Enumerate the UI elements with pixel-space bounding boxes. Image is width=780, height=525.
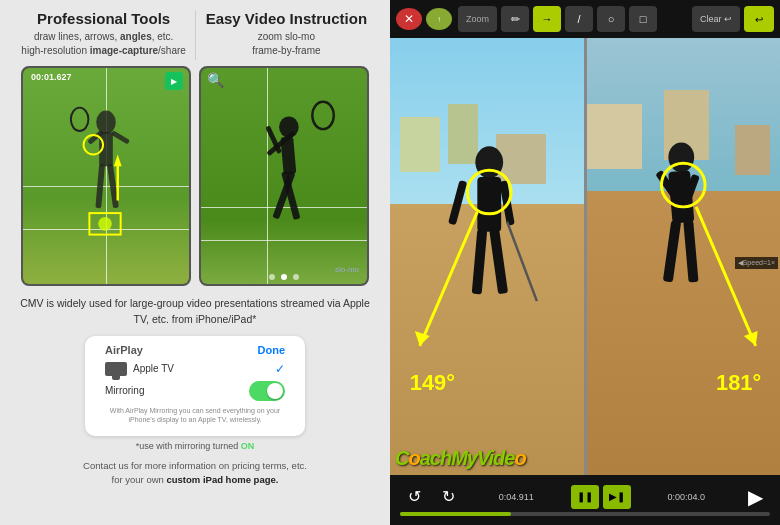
header-divider [195, 10, 196, 60]
svg-rect-14 [281, 171, 300, 220]
body-text: CMV is widely used for large-group video… [15, 296, 375, 328]
speed-indicator: ◀Speed=1× [735, 257, 778, 269]
building-1 [400, 117, 440, 172]
clear-button[interactable]: Clear ↩ [692, 6, 740, 32]
apple-tv-icon [105, 362, 127, 376]
svg-rect-4 [87, 130, 104, 145]
mirroring-left: Mirroring [105, 385, 144, 396]
screenshots-row: 00:01.627 [21, 66, 369, 286]
svg-point-18 [312, 102, 333, 129]
time-left: 0:04.911 [499, 492, 534, 502]
zoom-label: Zoom [466, 14, 489, 24]
svg-point-7 [84, 135, 104, 155]
bldg-right-3 [735, 125, 770, 175]
video-bottom-controls: ↺ ↻ 0:04.911 ❚❚ ▶❚ 0:00:04.0 ▶ [390, 475, 780, 525]
playback-controls: ↺ ↻ 0:04.911 ❚❚ ▶❚ 0:00:04.0 ▶ [390, 485, 780, 509]
left-controls: ↺ ↻ [400, 485, 462, 509]
dot-3 [293, 274, 299, 280]
pro-tools-title: Professional Tools [17, 10, 190, 27]
pro-tools-line2: high-resolution image-capture/share [17, 44, 190, 58]
tool-pen[interactable]: ✏ [501, 6, 529, 32]
screenshot-controls [269, 274, 299, 280]
airplay-description: With AirPlay Mirroring you can send ever… [105, 406, 285, 424]
svg-rect-15 [272, 171, 295, 219]
ground-left [390, 204, 584, 475]
zoom-icon: 🔍 [207, 72, 224, 88]
building-2 [448, 104, 478, 164]
video-right[interactable]: 181° ◀Speed=1× [587, 38, 781, 475]
save-button[interactable]: ↑ [426, 8, 452, 30]
apple-tv-checkmark: ✓ [275, 362, 285, 376]
bldg-right-2 [664, 90, 709, 160]
mirroring-note: *use with mirroring turned ON [136, 441, 255, 451]
dot-1 [269, 274, 275, 280]
pause-button[interactable]: ❚❚ [571, 485, 599, 509]
video-instr-col: Easy Video Instruction zoom slo-mo frame… [200, 10, 373, 60]
tool-line[interactable]: / [565, 6, 593, 32]
slomo-label: slo-mo [335, 265, 359, 274]
video-divider [584, 38, 587, 475]
bldg-right-1 [587, 104, 642, 169]
progress-bar[interactable] [400, 512, 770, 516]
tennis-court-2: 🔍 [201, 68, 367, 284]
svg-rect-5 [111, 130, 130, 144]
zoom-group: Zoom [458, 6, 497, 32]
play-button[interactable] [165, 72, 183, 90]
svg-rect-13 [280, 136, 296, 174]
video-instr-line1: zoom slo-mo [200, 30, 373, 44]
progress-fill [400, 512, 511, 516]
screenshot-2[interactable]: 🔍 [199, 66, 369, 286]
airplay-apple-tv-row[interactable]: Apple TV ✓ [105, 362, 285, 376]
video-left[interactable]: 149° [390, 38, 584, 475]
annotation-overlay-2 [201, 68, 367, 284]
brand-text: CoachMyVideo [395, 447, 526, 470]
forward-button[interactable]: ↻ [434, 485, 462, 509]
video-instr-line2: frame-by-frame [200, 44, 373, 58]
ground-right [587, 191, 781, 475]
airplay-done-button[interactable]: Done [258, 344, 286, 356]
airplay-apple-tv-left: Apple TV [105, 362, 174, 376]
airplay-title: AirPlay [105, 344, 143, 356]
tool-arrow[interactable]: → [533, 6, 561, 32]
undo-button[interactable]: ↩ [744, 6, 774, 32]
svg-point-12 [279, 116, 299, 137]
mirroring-label: Mirroring [105, 385, 144, 396]
on-label: ON [241, 441, 255, 451]
pro-tools-col: Professional Tools draw lines, arrows, a… [17, 10, 190, 60]
svg-marker-9 [114, 155, 122, 167]
mirroring-toggle[interactable] [249, 381, 285, 401]
center-controls: ❚❚ ▶❚ [571, 485, 631, 509]
building-3 [496, 134, 546, 184]
video-timestamp: 00:01.627 [31, 72, 72, 82]
contact-text: Contact us for more information on prici… [83, 459, 307, 488]
dot-2 [281, 274, 287, 280]
feature-header: Professional Tools draw lines, arrows, a… [15, 10, 375, 60]
close-button[interactable]: ✕ [396, 8, 422, 30]
tool-rect[interactable]: □ [629, 6, 657, 32]
airplay-mirroring-row[interactable]: Mirroring [105, 381, 285, 401]
brand-overlay: CoachMyVideo [395, 447, 526, 470]
play-full-button[interactable]: ▶ [742, 485, 770, 509]
right-panel: ✕ ↑ Zoom ✏ → / ○ □ Clear ↩ ↩ [390, 0, 780, 525]
contact-strong: custom iPad home page. [167, 474, 279, 485]
pro-tools-line1: draw lines, arrows, angles, etc. [17, 30, 190, 44]
video-toolbar: ✕ ↑ Zoom ✏ → / ○ □ Clear ↩ ↩ [390, 0, 780, 38]
screenshot-1[interactable]: 00:01.627 [21, 66, 191, 286]
video-instr-title: Easy Video Instruction [200, 10, 373, 27]
tennis-court-bg: 00:01.627 [23, 68, 189, 284]
airplay-dialog[interactable]: AirPlay Done Apple TV ✓ Mirroring With A… [85, 336, 305, 436]
next-frame-button[interactable]: ▶❚ [603, 485, 631, 509]
time-right: 0:00:04.0 [668, 492, 706, 502]
left-panel: Professional Tools draw lines, arrows, a… [0, 0, 390, 525]
tool-circle[interactable]: ○ [597, 6, 625, 32]
svg-rect-17 [266, 131, 295, 157]
airplay-header: AirPlay Done [105, 344, 285, 356]
apple-tv-label: Apple TV [133, 363, 174, 374]
video-content: 149° [390, 38, 780, 475]
svg-point-6 [71, 108, 89, 131]
restart-button[interactable]: ↺ [400, 485, 428, 509]
